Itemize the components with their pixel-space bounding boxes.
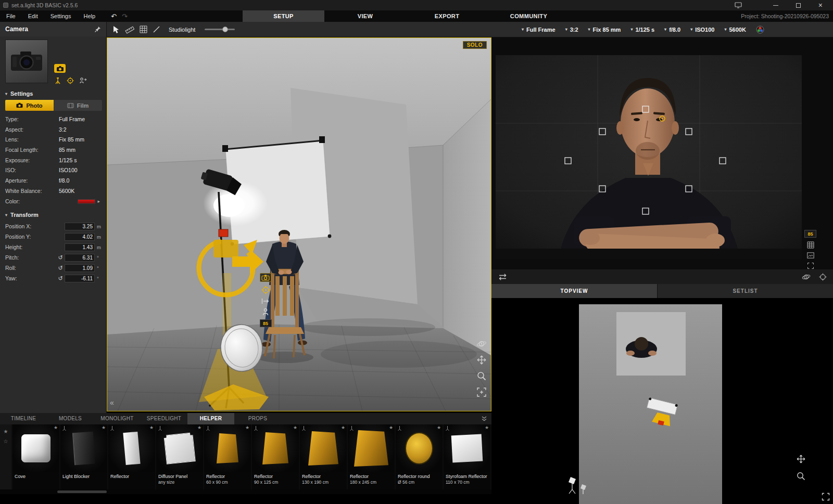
library-item-reflector-130x190[interactable]: ★ Reflector 130 x 190 cm	[300, 424, 347, 489]
ruler-tool-icon[interactable]	[125, 25, 134, 34]
frame-overlay-icon[interactable]	[807, 262, 814, 269]
library-item-reflector-90x125[interactable]: ★ Reflector 90 x 125 cm	[252, 424, 299, 489]
favorite-star-icon[interactable]: ★	[341, 425, 345, 430]
collapse-panel-icon[interactable]: «	[110, 399, 114, 406]
film-mode-button[interactable]: Film	[54, 100, 102, 111]
favorite-star-icon[interactable]: ★	[54, 425, 58, 430]
menu-file[interactable]: File	[0, 10, 22, 22]
tab-setlist[interactable]: SETLIST	[657, 284, 833, 298]
pitch-input[interactable]: 6.31	[65, 254, 95, 262]
favorite-star-icon[interactable]: ★	[293, 425, 297, 430]
target-view-icon[interactable]	[819, 273, 827, 281]
lens-dropdown[interactable]: ▾Fix 85 mm	[588, 27, 621, 33]
swap-view-icon[interactable]	[498, 274, 508, 280]
menu-help[interactable]: Help	[77, 10, 102, 22]
library-item-reflector-round[interactable]: ★ Reflector round Ø 56 cm	[396, 424, 443, 489]
library-scrollbar[interactable]	[0, 489, 491, 494]
tab-props[interactable]: PROPS	[234, 413, 281, 424]
library-item-diffusor-panel[interactable]: ★ Diffusor Panel any size	[156, 424, 203, 489]
transform-section-header[interactable]: ▾ Transform	[0, 209, 106, 221]
tripod-icon[interactable]	[54, 77, 61, 84]
close-button[interactable]: ×	[818, 3, 823, 8]
tab-community[interactable]: COMMUNITY	[488, 10, 570, 22]
menu-settings[interactable]: Settings	[44, 10, 78, 22]
favorite-star-icon[interactable]: ★	[389, 425, 393, 430]
tab-setup[interactable]: SETUP	[243, 10, 324, 22]
iso-dropdown[interactable]: ▾ISO100	[690, 27, 714, 33]
scene-3d[interactable]	[107, 38, 491, 411]
library-item-reflector[interactable]: ★ Reflector	[108, 424, 155, 489]
camera-thumbnail[interactable]	[5, 40, 48, 83]
yaw-input[interactable]: -6.11	[65, 275, 95, 282]
target-icon[interactable]	[261, 286, 270, 294]
settings-section-header[interactable]: ▾ Settings	[0, 87, 106, 100]
camera-preview[interactable]: 85	[491, 37, 833, 269]
favorite-star-icon[interactable]: ★	[245, 425, 249, 430]
tab-models[interactable]: MODELS	[47, 413, 94, 424]
photo-mode-button[interactable]: Photo	[5, 100, 54, 111]
library-scrollbar-thumb[interactable]	[57, 490, 107, 493]
library-item-reflector-60x90[interactable]: ★ Reflector 60 x 90 cm	[204, 424, 251, 489]
pan-tool-icon[interactable]	[476, 355, 487, 365]
focal-length-badge[interactable]: 85	[804, 230, 816, 238]
white-balance-dropdown[interactable]: ▾5600K	[724, 27, 746, 33]
favorite-star-icon[interactable]: ★	[197, 425, 201, 430]
color-expand-icon[interactable]: ▸	[95, 199, 101, 204]
studiolight-slider-thumb[interactable]	[222, 27, 228, 32]
favorite-star-icon[interactable]: ★	[149, 425, 154, 430]
frame-scene-tool-icon[interactable]	[476, 387, 487, 397]
orbit-tool-icon[interactable]	[476, 339, 487, 349]
tab-speedlight[interactable]: SPEEDLIGHT	[141, 413, 187, 424]
star-icon[interactable]: ★	[4, 429, 8, 434]
tab-view[interactable]: VIEW	[324, 10, 406, 22]
favorite-star-icon[interactable]: ★	[485, 425, 489, 430]
present-screen-icon[interactable]	[735, 2, 742, 8]
favorite-star-icon[interactable]: ★	[437, 425, 441, 430]
fit-view-icon[interactable]	[822, 493, 830, 501]
studiolight-slider[interactable]	[205, 29, 235, 30]
reset-pitch-icon[interactable]: ↺	[56, 254, 65, 261]
reset-yaw-icon[interactable]: ↺	[56, 275, 65, 282]
favorite-star-icon[interactable]: ★	[102, 425, 106, 430]
library-item-reflector-180x245[interactable]: ★ Reflector 180 x 245 cm	[348, 424, 395, 489]
library-item-cove[interactable]: ★ Cove	[12, 424, 59, 489]
model-view-icon[interactable]	[79, 77, 87, 84]
color-swatch[interactable]	[78, 199, 95, 204]
undo-icon[interactable]: ↶	[111, 12, 117, 20]
select-tool-icon[interactable]	[112, 25, 120, 34]
tab-monolight[interactable]: MONOLIGHT	[94, 413, 141, 424]
topview-panel[interactable]	[491, 298, 833, 504]
tab-topview[interactable]: TOPVIEW	[491, 284, 657, 298]
pin-icon[interactable]	[94, 26, 101, 33]
dolly-arrow-icon[interactable]	[261, 298, 270, 304]
library-item-styrofoam-reflector[interactable]: ★ Styrofoam Reflector 110 x 70 cm	[444, 424, 490, 489]
color-wheel-icon[interactable]	[756, 25, 764, 34]
setcard-icon[interactable]	[807, 252, 814, 259]
collapse-library-icon[interactable]	[481, 416, 487, 421]
redo-icon[interactable]: ↷	[122, 12, 128, 20]
topview-scene[interactable]	[491, 298, 833, 504]
position-y-input[interactable]: 4.02	[65, 233, 95, 241]
focal-length-badge[interactable]: 85	[260, 319, 272, 327]
maximize-button[interactable]	[796, 3, 801, 8]
minimize-button[interactable]	[773, 5, 778, 6]
sensor-dropdown[interactable]: ▾Full Frame	[522, 27, 556, 33]
menu-edit[interactable]: Edit	[22, 10, 44, 22]
position-x-input[interactable]: 3.25	[65, 223, 95, 230]
star-outline-icon[interactable]: ☆	[4, 438, 8, 444]
zoom-tool-icon[interactable]	[796, 471, 806, 481]
grid-overlay-icon[interactable]	[807, 241, 814, 249]
library-item-light-blocker[interactable]: ★ Light Blocker	[60, 424, 107, 489]
aspect-dropdown[interactable]: ▾3:2	[565, 27, 578, 33]
line-tool-icon[interactable]	[153, 25, 160, 33]
target-icon[interactable]	[67, 77, 74, 84]
viewport-3d[interactable]: SOLO « 85	[107, 37, 491, 411]
aperture-dropdown[interactable]: ▾f/8.0	[664, 27, 680, 33]
reset-roll-icon[interactable]: ↺	[56, 265, 65, 272]
tab-timeline[interactable]: TIMELINE	[0, 413, 47, 424]
zoom-tool-icon[interactable]	[476, 371, 487, 381]
orbit-view-icon[interactable]	[802, 273, 811, 281]
solo-badge[interactable]: SOLO	[463, 41, 487, 49]
roll-input[interactable]: 1.09	[65, 264, 95, 272]
model-icon[interactable]	[262, 308, 269, 316]
